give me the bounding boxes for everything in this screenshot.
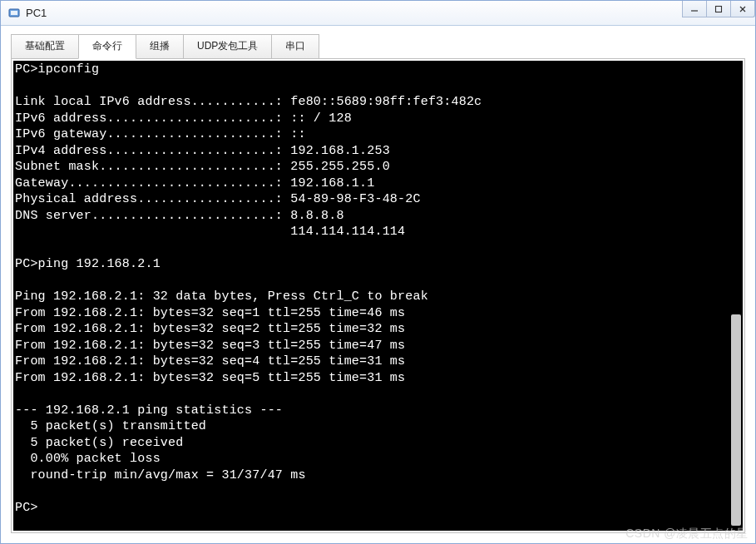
svg-rect-3 [716, 6, 722, 12]
app-window: PC1 基础配置 命令行 组播 UDP发包工具 串口 PC>ipconfig L… [0, 0, 756, 544]
tab-udp-tool[interactable]: UDP发包工具 [183, 34, 272, 59]
tab-panel: PC>ipconfig Link local IPv6 address.....… [11, 58, 745, 533]
terminal-scrollbar[interactable] [729, 61, 743, 531]
minimize-button[interactable] [682, 1, 707, 17]
window-title: PC1 [26, 7, 682, 19]
window-controls [682, 1, 755, 25]
tab-serial[interactable]: 串口 [271, 34, 319, 59]
terminal[interactable]: PC>ipconfig Link local IPv6 address.....… [13, 61, 743, 531]
tab-multicast[interactable]: 组播 [136, 34, 184, 59]
close-button[interactable] [730, 1, 755, 17]
tab-bar: 基础配置 命令行 组播 UDP发包工具 串口 [11, 34, 745, 59]
terminal-output: PC>ipconfig Link local IPv6 address.....… [13, 61, 743, 517]
maximize-button[interactable] [706, 1, 731, 17]
titlebar[interactable]: PC1 [1, 1, 755, 26]
tab-command-line[interactable]: 命令行 [78, 34, 136, 59]
scrollbar-thumb[interactable] [731, 314, 741, 526]
svg-rect-1 [11, 11, 17, 15]
app-icon [7, 7, 21, 20]
tab-basic-config[interactable]: 基础配置 [11, 34, 79, 59]
client-area: 基础配置 命令行 组播 UDP发包工具 串口 PC>ipconfig Link … [1, 26, 755, 543]
